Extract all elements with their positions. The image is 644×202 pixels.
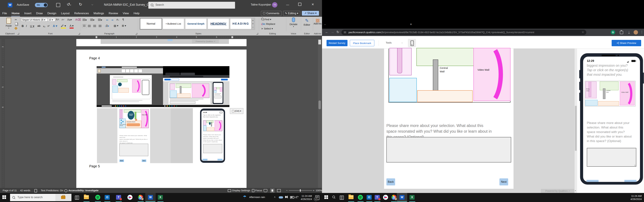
- sort-icon[interactable]: A↓: [116, 18, 120, 21]
- highlight-button[interactable]: 🖉 ▾: [61, 24, 66, 28]
- outlook-icon-right[interactable]: O: [366, 195, 372, 200]
- word-scrollbar[interactable]: [318, 39, 321, 188]
- superscript-button[interactable]: x²: [48, 24, 50, 27]
- taskbar-teams-icon[interactable]: T: [116, 195, 121, 200]
- tab-view[interactable]: View: [120, 10, 131, 17]
- increase-indent-icon[interactable]: ⇥: [111, 18, 113, 22]
- doc-image-2[interactable]: Satellite Model Video Wall Informational…: [97, 108, 193, 163]
- weather-text[interactable]: Afternoon rain: [249, 196, 265, 199]
- editing-mode-button[interactable]: ✎ Editing ▾: [283, 11, 300, 16]
- place-bookmark-button[interactable]: Place Bookmark: [350, 40, 374, 46]
- phone-fp-orange[interactable]: [598, 101, 619, 106]
- phone-back-button[interactable]: [586, 180, 598, 182]
- undo-icon[interactable]: ↺▾: [67, 2, 71, 7]
- subscript-button[interactable]: x₂: [43, 25, 45, 28]
- clock-right[interactable]: 11:24 AM4/26/2024: [626, 194, 642, 201]
- preview-scrollbar-thumb[interactable]: [575, 106, 577, 151]
- tab-review[interactable]: Review: [106, 10, 120, 17]
- web-layout-icon[interactable]: [277, 189, 281, 192]
- floorplan-image[interactable]: Central Wall Video Wall: [388, 49, 510, 103]
- paste-button[interactable]: Paste▾: [4, 18, 14, 30]
- align-right-icon[interactable]: [93, 25, 96, 28]
- status-words[interactable]: 42 words: [20, 188, 30, 193]
- bold-button[interactable]: B: [22, 24, 24, 28]
- tray-chevron-icon[interactable]: ˄: [274, 196, 276, 199]
- task-view-icon[interactable]: [75, 196, 79, 200]
- doc-image-1[interactable]: [96, 66, 230, 107]
- status-accessibility[interactable]: Accessibility: Investigate: [68, 188, 98, 193]
- redo-icon[interactable]: ↻: [79, 2, 82, 7]
- slack-icon-right[interactable]: [383, 195, 388, 200]
- align-center-icon[interactable]: [88, 25, 91, 28]
- style-heading2[interactable]: HEADING: [230, 18, 252, 29]
- floorplan-video-wall[interactable]: [474, 48, 510, 101]
- font-color-button[interactable]: A ▾: [70, 24, 74, 28]
- phone-floorplan[interactable]: Entry Area Central Wall Video Wall: [585, 81, 636, 106]
- justify-icon[interactable]: [98, 25, 102, 28]
- zoom-out-button[interactable]: −: [286, 188, 288, 193]
- line-spacing-icon[interactable]: ↕▾: [105, 24, 109, 28]
- spotify-icon-right[interactable]: [358, 195, 363, 200]
- format-painter-icon[interactable]: [14, 27, 18, 30]
- chrome-icon-right[interactable]: [392, 195, 396, 200]
- floorplan-green-area[interactable]: [416, 48, 480, 66]
- tab-help[interactable]: Help: [131, 10, 142, 17]
- shrink-font-icon[interactable]: A˅: [62, 18, 64, 21]
- status-predictions[interactable]: Text Predictions: On: [41, 188, 63, 193]
- start-button-right[interactable]: [324, 195, 328, 199]
- taskbar-chrome-icon[interactable]: [138, 195, 143, 200]
- taskbar-excel-icon[interactable]: X: [158, 195, 163, 200]
- download-icon[interactable]: ↓: [628, 30, 630, 34]
- preview-scrollbar[interactable]: ▾: [574, 49, 577, 193]
- search-highlight-briefcase[interactable]: [55, 194, 72, 201]
- share-preview-button[interactable]: Share Preview: [612, 40, 641, 46]
- reload-icon[interactable]: ↻: [336, 30, 339, 34]
- style-general-emph[interactable]: General Emph: [185, 18, 206, 29]
- editor-button[interactable]: ✎ Editor: [301, 18, 313, 26]
- borders-icon[interactable]: ⊞ ▾: [122, 24, 126, 27]
- survey-back-button[interactable]: Back: [386, 178, 395, 186]
- omnibox[interactable]: pacificresearch.qualtrics.com/jfe/previe…: [342, 30, 586, 35]
- back-icon[interactable]: ←: [325, 30, 328, 34]
- proofing-icon[interactable]: [34, 189, 37, 193]
- word-scrollbar-top[interactable]: [318, 40, 321, 44]
- powered-by-badge[interactable]: Powered by Qualtrics ↗: [541, 189, 574, 193]
- tab-insert[interactable]: Insert: [22, 10, 34, 17]
- clear-format-icon[interactable]: A⌫: [75, 18, 81, 21]
- shading-icon[interactable]: ▨ ▾: [114, 24, 118, 27]
- start-button[interactable]: [2, 195, 6, 199]
- mobile-view-button[interactable]: [408, 39, 416, 47]
- word-scrollbar-thumb[interactable]: [318, 100, 321, 109]
- survey-next-button[interactable]: Next: [500, 178, 508, 186]
- replace-button[interactable]: ςbc Replace: [261, 22, 276, 25]
- tab-search-chevron-icon[interactable]: ⌄: [324, 23, 326, 25]
- print-layout-icon[interactable]: [270, 189, 274, 193]
- taskbar-spotify-icon[interactable]: [95, 195, 100, 200]
- strikethrough-button[interactable]: ab: [38, 24, 40, 27]
- tab-layout[interactable]: Layout: [59, 10, 72, 17]
- explorer-icon-right[interactable]: [348, 195, 354, 199]
- phone-textarea[interactable]: [587, 148, 636, 167]
- forward-icon[interactable]: →: [331, 30, 334, 34]
- numbering-icon[interactable]: ▾: [90, 18, 94, 22]
- status-zoom[interactable]: 100%: [316, 188, 322, 193]
- tools-chevron-icon[interactable]: ⌄: [401, 41, 403, 44]
- resize-handle[interactable]: [634, 165, 636, 166]
- style-heading1[interactable]: HEADING(: [208, 18, 229, 29]
- taskbar-clock[interactable]: 11:24 AM4/26/2024: [300, 194, 312, 201]
- extensions-puzzle-icon[interactable]: [620, 31, 623, 34]
- qat-chevron-icon[interactable]: ⌵: [92, 3, 93, 6]
- horizontal-ruler[interactable]: 1 2 3 4 5 6: [0, 35, 322, 39]
- task-view-icon-right[interactable]: [340, 196, 344, 200]
- phone-next-button[interactable]: [624, 180, 636, 182]
- read-mode-icon[interactable]: [264, 189, 267, 192]
- taskbar-explorer-icon[interactable]: [84, 195, 89, 199]
- onedrive-icon[interactable]: [279, 196, 283, 199]
- floorplan-blue-area[interactable]: [389, 78, 417, 102]
- search-icon-right[interactable]: [332, 196, 335, 199]
- teams-icon-right[interactable]: T: [375, 195, 380, 200]
- share-button[interactable]: ↗ Share ▾: [302, 11, 319, 15]
- avatar[interactable]: TK: [272, 2, 278, 7]
- tab-design[interactable]: Design: [45, 10, 59, 17]
- underline-button[interactable]: U ▾: [30, 24, 34, 28]
